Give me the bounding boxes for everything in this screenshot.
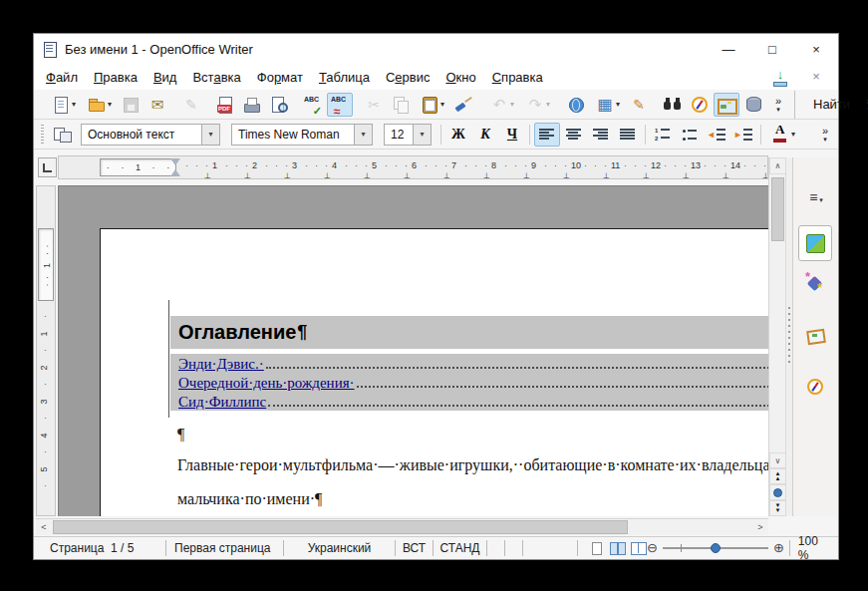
chevron-down-icon[interactable]: ▾ — [108, 100, 112, 109]
tab-type-selector[interactable] — [38, 157, 57, 177]
menu-window[interactable]: Окно — [437, 67, 483, 88]
new-document-button[interactable]: ▾ — [46, 93, 81, 117]
font-size-combo[interactable]: 12▾ — [384, 124, 432, 146]
update-available-icon[interactable]: ↓ — [770, 67, 790, 87]
sidebar-tab-properties[interactable] — [798, 225, 832, 261]
data-sources-button[interactable] — [740, 93, 766, 117]
toolbar-grip[interactable] — [41, 125, 44, 145]
draw-functions-button[interactable]: ✎ — [626, 93, 652, 117]
decrease-indent-button[interactable] — [704, 123, 729, 147]
scroll-right-button[interactable]: > — [752, 519, 768, 535]
menu-tools[interactable]: Сервис — [378, 67, 438, 88]
page-preview-button[interactable] — [266, 93, 292, 117]
minimize-button[interactable]: — — [707, 34, 750, 64]
toc-entry-link[interactable]: Сид·Филлипс — [178, 393, 266, 411]
zoom-in-button[interactable]: ⊕ — [773, 541, 784, 555]
spellcheck-button[interactable] — [300, 93, 326, 117]
menu-help[interactable]: Справка — [484, 67, 551, 88]
document-canvas[interactable]: Оглавление ¶ Энди·Дэвис.·Очередной·день·… — [58, 185, 768, 516]
styles-and-formatting-button[interactable] — [49, 123, 75, 147]
increase-indent-button[interactable] — [730, 123, 756, 147]
email-document-button[interactable]: ✉ — [145, 93, 170, 117]
maximize-button[interactable]: □ — [750, 34, 794, 64]
hyperlink-button[interactable] — [563, 93, 589, 117]
page[interactable]: Оглавление ¶ Энди·Дэвис.·Очередной·день·… — [100, 228, 768, 516]
scroll-down-button[interactable]: ∨ — [769, 452, 786, 468]
underline-button[interactable]: Ч — [499, 123, 525, 147]
align-left-button[interactable] — [534, 123, 560, 147]
status-text-language[interactable]: Украинский — [284, 540, 396, 556]
scroll-left-button[interactable]: < — [36, 519, 52, 535]
toc-entry-link[interactable]: Энди·Дэвис.· — [178, 355, 264, 373]
chevron-down-icon[interactable]: ▾ — [72, 100, 76, 109]
next-page-button[interactable]: ▼▼ — [769, 500, 786, 516]
status-insert-mode[interactable]: ВСТ — [396, 540, 434, 556]
book-view-button[interactable] — [630, 540, 647, 556]
zoom-slider[interactable] — [663, 541, 768, 555]
font-name-combo[interactable]: Times New Roman▾ — [231, 124, 373, 146]
multi-page-view-button[interactable] — [609, 540, 626, 556]
find-toolbar-overflow[interactable]: »▾ — [861, 93, 868, 117]
open-button[interactable]: ▾ — [82, 93, 117, 117]
font-color-button[interactable]: ▾ — [765, 123, 800, 147]
status-page-style[interactable]: Первая страница — [166, 540, 284, 556]
first-line-indent-marker[interactable] — [170, 158, 180, 165]
find-replace-button[interactable] — [660, 93, 686, 117]
clone-formatting-button[interactable] — [450, 93, 476, 117]
sidebar-tab-styles[interactable] — [798, 265, 832, 301]
zoom-level[interactable]: 100 % — [789, 540, 830, 556]
scroll-up-button[interactable]: ∧ — [769, 157, 786, 174]
menu-file[interactable]: Файл — [38, 67, 86, 88]
export-pdf-button[interactable] — [212, 93, 238, 117]
sidebar-splitter[interactable] — [785, 157, 792, 516]
left-indent-marker[interactable] — [170, 169, 180, 176]
formatting-toolbar-overflow[interactable]: »▾ — [817, 123, 833, 147]
sidebar-settings-button[interactable]: ≡ ▾ — [801, 187, 831, 207]
sidebar-tab-gallery[interactable] — [798, 317, 832, 353]
justified-button[interactable] — [615, 123, 641, 147]
menu-edit[interactable]: Правка — [86, 67, 145, 88]
align-right-button[interactable] — [588, 123, 614, 147]
insert-table-button[interactable]: ▦▾ — [590, 93, 625, 117]
chevron-down-icon[interactable]: ▾ — [354, 125, 372, 145]
bold-button[interactable]: Ж — [445, 123, 471, 147]
single-page-view-button[interactable] — [588, 540, 605, 556]
zoom-out-button[interactable]: ⊖ — [647, 541, 658, 555]
chevron-down-icon[interactable]: ▾ — [413, 125, 431, 145]
standard-toolbar-overflow[interactable]: »▾ — [770, 93, 786, 117]
paragraph-style-combo[interactable]: Основной текст▾ — [81, 124, 220, 146]
title-bar[interactable]: Без имени 1 - OpenOffice Writer —□× — [34, 34, 838, 64]
numbered-list-button[interactable] — [650, 123, 676, 147]
print-button[interactable] — [239, 93, 265, 117]
vertical-ruler[interactable]: · · 1 · · ·1·2·3·4·5· — [36, 185, 56, 516]
bullet-list-button[interactable] — [677, 123, 703, 147]
navigation-button[interactable] — [769, 484, 786, 500]
close-document-icon[interactable]: × — [806, 67, 826, 87]
menu-format[interactable]: Формат — [249, 67, 311, 88]
sidebar-tab-navigator[interactable] — [798, 369, 832, 405]
close-button[interactable]: × — [794, 34, 838, 64]
horizontal-scrollbar[interactable]: < > — [36, 518, 768, 535]
status-page-number[interactable]: Страница 1 / 5 — [42, 540, 166, 556]
navigator-button[interactable] — [687, 93, 713, 117]
left-margin-zone[interactable]: ··1·· — [100, 158, 176, 176]
menu-insert[interactable]: Вставка — [184, 67, 248, 88]
horizontal-ruler[interactable]: ··1·· ···1⊥···2⊥···3⊥···4⊥···5⊥···6⊥···7… — [58, 155, 768, 179]
chevron-down-icon[interactable]: ▾ — [791, 130, 795, 139]
align-center-button[interactable] — [561, 123, 587, 147]
chevron-down-icon[interactable]: ▾ — [546, 100, 550, 109]
previous-page-button[interactable]: ▲▲ — [769, 468, 786, 484]
status-selection-mode[interactable]: СТАНД — [434, 540, 487, 556]
vertical-scrollbar[interactable]: ∧ ∨ ▲▲ ▼▼ — [768, 157, 785, 516]
top-margin-zone[interactable]: · · 1 · · — [38, 228, 54, 301]
chevron-down-icon[interactable]: ▾ — [201, 125, 219, 145]
chevron-down-icon[interactable]: ▾ — [616, 100, 620, 109]
chevron-down-icon[interactable]: ▾ — [440, 100, 444, 109]
menu-view[interactable]: Вид — [145, 67, 185, 88]
italic-button[interactable]: К — [472, 123, 498, 147]
paste-button[interactable]: ▾ — [415, 93, 449, 117]
zoom-slider-thumb[interactable] — [711, 543, 721, 553]
gallery-button[interactable] — [714, 93, 739, 117]
menu-table[interactable]: Таблица — [311, 67, 378, 88]
toc-entry-link[interactable]: Очередной·день·рождения· — [178, 374, 355, 392]
